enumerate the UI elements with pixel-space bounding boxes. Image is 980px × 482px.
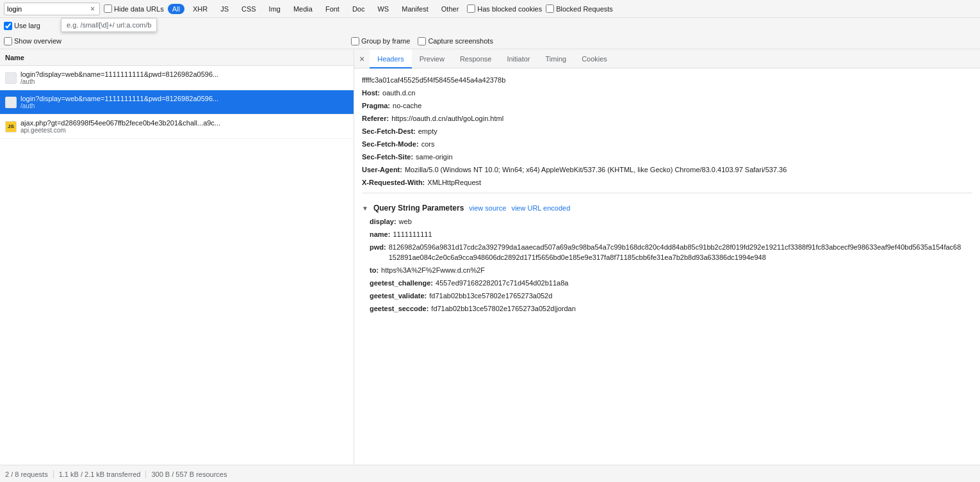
header-val-3: https://oauth.d.cn/auth/goLogin.html — [391, 113, 503, 124]
header-key-8: X-Requested-With: — [362, 177, 425, 188]
param-entry-4: geetest_challenge: 4557ed971682282017c71… — [362, 277, 972, 289]
resources-status: 300 B / 557 B resources — [146, 470, 232, 478]
request-item[interactable]: login?display=web&name=1111111111&pwd=81… — [0, 66, 354, 90]
status-bar: 2 / 8 requests 1.1 kB / 2.1 kB transferr… — [0, 465, 980, 482]
close-panel-icon[interactable]: × — [354, 49, 370, 68]
header-key-6: Sec-Fetch-Site: — [362, 152, 413, 162]
tab-timing[interactable]: Timing — [538, 49, 575, 68]
request-details-1: login?display=web&name=1111111111&pwd=81… — [20, 70, 348, 85]
view-url-encoded-btn[interactable]: view URL encoded — [511, 204, 570, 212]
requests-count: 2 / 8 requests — [5, 470, 54, 478]
query-section: ▼ Query String Parameters view source vi… — [362, 197, 972, 319]
hide-data-urls-checkbox[interactable] — [104, 4, 112, 13]
request-name-2: login?display=web&name=1111111111&pwd=81… — [20, 95, 348, 102]
tab-response[interactable]: Response — [452, 49, 500, 68]
header-key-1: Host: — [362, 88, 380, 98]
param-entry-6: geetest_seccode: fd71ab02bb13ce57802e176… — [362, 302, 972, 315]
header-entry-5: Sec-Fetch-Mode: cors — [362, 138, 972, 150]
header-val-2: no-cache — [393, 100, 421, 111]
header-entry-6: Sec-Fetch-Site: same-origin — [362, 150, 972, 163]
tooltip-box: e.g. /small[\d]+/ url:a.com/b — [61, 18, 157, 32]
request-item-3[interactable]: JS ajax.php?gt=d286998f54ee067ffb2fece0b… — [0, 115, 354, 139]
request-icon-3: JS — [5, 121, 17, 133]
capture-screenshots-label[interactable]: Capture screenshots — [418, 37, 493, 45]
query-section-header: ▼ Query String Parameters view source vi… — [362, 201, 972, 215]
header-key-7: User-Agent: — [362, 165, 402, 175]
param-entry-2: pwd: 8126982a0596a9831d17cdc2a392799da1a… — [362, 241, 972, 264]
filter-btn-all[interactable]: All — [168, 4, 184, 14]
header-key-4: Sec-Fetch-Dest: — [362, 126, 416, 136]
search-container: × — [4, 3, 100, 15]
hide-data-urls-label[interactable]: Hide data URLs — [104, 4, 164, 13]
use-large-rows-label[interactable]: Use larg — [4, 22, 40, 30]
header-val-0: fffffc3a01caf45525d5f4f58455e445a4a42378… — [362, 75, 505, 85]
param-key-0: display: — [370, 216, 396, 227]
param-key-1: name: — [370, 229, 390, 239]
header-entry-0: fffffc3a01caf45525d5f4f58455e445a4a42378… — [362, 74, 972, 86]
row3: Show overview Group by frame Capture scr… — [0, 33, 980, 49]
left-panel: Name login?display=web&name=1111111111&p… — [0, 49, 354, 465]
request-icon-2 — [5, 97, 17, 108]
param-entry-0: display: web — [362, 215, 972, 228]
group-by-frame-label[interactable]: Group by frame — [351, 37, 410, 45]
request-domain-2: /auth — [20, 102, 348, 109]
filter-btn-other[interactable]: Other — [437, 4, 464, 14]
header-entry-1: Host: oauth.d.cn — [362, 86, 972, 99]
options-rows: Use larg e.g. /small[\d]+/ url:a.com/b S… — [0, 18, 980, 49]
headers-content: fffffc3a01caf45525d5f4f58455e445a4a42378… — [354, 68, 980, 465]
request-details-3: ajax.php?gt=d286998f54ee067ffb2fece0b4e3… — [20, 119, 348, 134]
param-val-3: https%3A%2F%2Fwww.d.cn%2F — [381, 265, 485, 275]
param-key-4: geetest_challenge: — [370, 278, 433, 288]
request-details-2: login?display=web&name=1111111111&pwd=81… — [20, 95, 348, 109]
transferred-status: 1.1 kB / 2.1 kB transferred — [54, 470, 147, 478]
param-key-6: geetest_seccode: — [370, 303, 429, 314]
header-entry-7: User-Agent: Mozilla/5.0 (Windows NT 10.0… — [362, 163, 972, 176]
search-clear-icon[interactable]: × — [90, 4, 95, 13]
param-entry-5: geetest_validate: fd71ab02bb13ce57802e17… — [362, 289, 972, 302]
section-toggle-icon[interactable]: ▼ — [362, 205, 368, 212]
filter-btn-xhr[interactable]: XHR — [188, 4, 212, 14]
show-overview-label[interactable]: Show overview — [4, 37, 61, 45]
header-val-5: cors — [421, 139, 435, 149]
param-val-4: 4557ed971682282017c71d454d02b11a8a — [436, 278, 568, 288]
header-val-8: XMLHttpRequest — [427, 177, 481, 188]
filter-btn-font[interactable]: Font — [321, 4, 344, 14]
filter-btn-js[interactable]: JS — [216, 4, 233, 14]
group-by-frame-checkbox[interactable] — [351, 37, 359, 45]
request-domain-3: api.geetest.com — [20, 127, 348, 134]
param-key-2: pwd: — [370, 242, 386, 252]
header-entry-4: Sec-Fetch-Dest: empty — [362, 125, 972, 138]
filter-btn-img[interactable]: Img — [265, 4, 285, 14]
filter-btn-css[interactable]: CSS — [237, 4, 261, 14]
header-entry-8: X-Requested-With: XMLHttpRequest — [362, 176, 972, 189]
header-key-2: Pragma: — [362, 100, 390, 111]
header-val-4: empty — [418, 126, 437, 136]
param-val-6: fd71ab02bb13ce57802e1765273a052d|jordan — [431, 303, 576, 314]
show-overview-checkbox[interactable] — [4, 37, 12, 45]
filter-btn-doc[interactable]: Doc — [348, 4, 370, 14]
request-name-3: ajax.php?gt=d286998f54ee067ffb2fece0b4e3… — [20, 119, 348, 127]
blocked-requests-label[interactable]: Blocked Requests — [546, 4, 613, 13]
search-input[interactable] — [7, 5, 90, 13]
tab-headers[interactable]: Headers — [370, 49, 412, 68]
request-list[interactable]: login?display=web&name=1111111111&pwd=81… — [0, 66, 354, 465]
filter-btn-ws[interactable]: WS — [373, 4, 393, 14]
header-val-7: Mozilla/5.0 (Windows NT 10.0; Win64; x64… — [405, 165, 787, 175]
tab-preview[interactable]: Preview — [412, 49, 452, 68]
param-val-5: fd71ab02bb13ce57802e1765273a052d — [429, 291, 552, 301]
param-val-2: 8126982a0596a9831d17cdc2a392799da1aaecad… — [389, 242, 965, 262]
use-large-rows-checkbox[interactable] — [4, 22, 12, 30]
has-blocked-cookies-checkbox[interactable] — [467, 4, 475, 13]
tab-initiator[interactable]: Initiator — [499, 49, 537, 68]
filter-btn-media[interactable]: Media — [289, 4, 317, 14]
view-source-btn[interactable]: view source — [469, 204, 506, 212]
request-item-selected[interactable]: login?display=web&name=1111111111&pwd=81… — [0, 90, 354, 115]
right-panel: × Headers Preview Response Initiator Tim… — [354, 49, 980, 465]
tab-cookies[interactable]: Cookies — [574, 49, 615, 68]
blocked-requests-checkbox[interactable] — [546, 4, 554, 13]
capture-screenshots-checkbox[interactable] — [418, 37, 426, 45]
header-key-5: Sec-Fetch-Mode: — [362, 139, 419, 149]
filter-btn-manifest[interactable]: Manifest — [397, 4, 433, 14]
row2: Use larg e.g. /small[\d]+/ url:a.com/b — [0, 18, 980, 33]
has-blocked-cookies-label[interactable]: Has blocked cookies — [467, 4, 542, 13]
